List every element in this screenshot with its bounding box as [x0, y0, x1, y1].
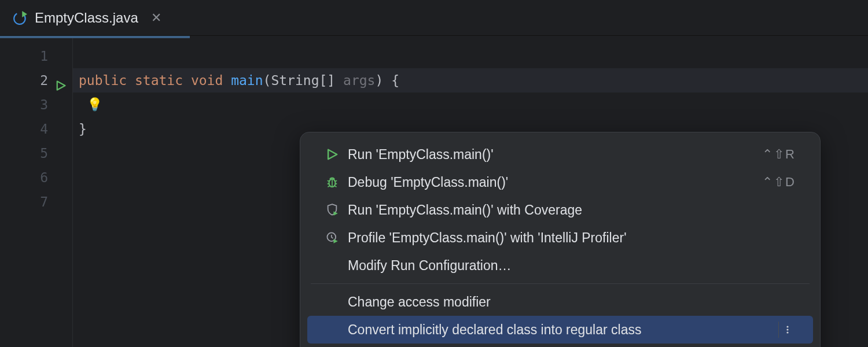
code-area[interactable]: public static void main ( String[] args … — [73, 38, 868, 347]
bulb-icon[interactable]: 💡 — [87, 93, 102, 117]
gutter-line[interactable]: 5 — [0, 141, 72, 165]
gutter-line[interactable]: 7 — [0, 190, 72, 214]
menu-label: Run 'EmptyClass.main()' with Coverage — [348, 198, 796, 222]
menu-label: Convert implicitly declared class into r… — [348, 318, 771, 342]
menu-shortcut: ⌃⇧R — [762, 142, 796, 167]
run-icon[interactable] — [55, 75, 67, 86]
gutter-line[interactable]: 3 — [0, 93, 72, 117]
code-line: 💡 — [79, 93, 868, 117]
blank-icon — [323, 321, 341, 338]
svg-marker-8 — [333, 239, 337, 243]
gutter-line[interactable]: 4 — [0, 117, 72, 141]
svg-point-10 — [786, 328, 788, 330]
shield-run-icon — [323, 201, 341, 219]
svg-marker-2 — [57, 82, 65, 90]
menu-change-access[interactable]: Change access modifier — [307, 288, 813, 316]
menu-profile[interactable]: Profile 'EmptyClass.main()' with 'Intell… — [307, 224, 813, 252]
editor: 1 2 3 4 5 6 7 public static void main ( … — [0, 38, 868, 347]
gutter-line[interactable]: 1 — [0, 44, 72, 68]
gutter: 1 2 3 4 5 6 7 — [0, 38, 73, 347]
bug-icon — [323, 174, 341, 191]
menu-label: Profile 'EmptyClass.main()' with 'Intell… — [348, 226, 796, 250]
svg-point-9 — [786, 326, 788, 327]
java-class-run-icon — [13, 10, 28, 25]
menu-separator — [311, 283, 810, 284]
menu-convert-class[interactable]: Convert implicitly declared class into r… — [307, 316, 813, 344]
svg-marker-3 — [328, 150, 337, 160]
code-line — [79, 44, 868, 68]
editor-tab[interactable]: EmptyClass.java ✕ — [0, 0, 174, 35]
blank-icon — [323, 257, 341, 274]
svg-point-11 — [786, 331, 788, 333]
blank-icon — [323, 293, 341, 311]
more-icon[interactable] — [778, 322, 796, 338]
clock-run-icon — [323, 229, 341, 246]
tab-filename: EmptyClass.java — [35, 10, 138, 26]
menu-label: Debug 'EmptyClass.main()' — [348, 170, 762, 194]
menu-shortcut: ⌃⇧D — [762, 170, 796, 194]
context-menu: Run 'EmptyClass.main()' ⌃⇧R Debug 'Empty… — [300, 132, 821, 347]
menu-run[interactable]: Run 'EmptyClass.main()' ⌃⇧R — [307, 141, 813, 168]
tab-bar: EmptyClass.java ✕ — [0, 0, 868, 36]
menu-label: Change access modifier — [348, 290, 796, 314]
menu-modify-run-config[interactable]: Modify Run Configuration… — [307, 252, 813, 279]
menu-label: Modify Run Configuration… — [348, 253, 796, 278]
run-icon — [323, 146, 341, 163]
menu-label: Run 'EmptyClass.main()' — [348, 142, 762, 167]
gutter-line[interactable]: 6 — [0, 165, 72, 190]
svg-point-0 — [13, 10, 28, 25]
gutter-line[interactable]: 2 — [0, 68, 72, 93]
menu-coverage[interactable]: Run 'EmptyClass.main()' with Coverage — [307, 196, 813, 224]
menu-debug[interactable]: Debug 'EmptyClass.main()' ⌃⇧D — [307, 168, 813, 196]
menu-generate-tests[interactable]: Generate missed test methods — [307, 344, 813, 347]
close-icon[interactable]: ✕ — [151, 12, 161, 24]
code-line: public static void main ( String[] args … — [73, 68, 868, 93]
